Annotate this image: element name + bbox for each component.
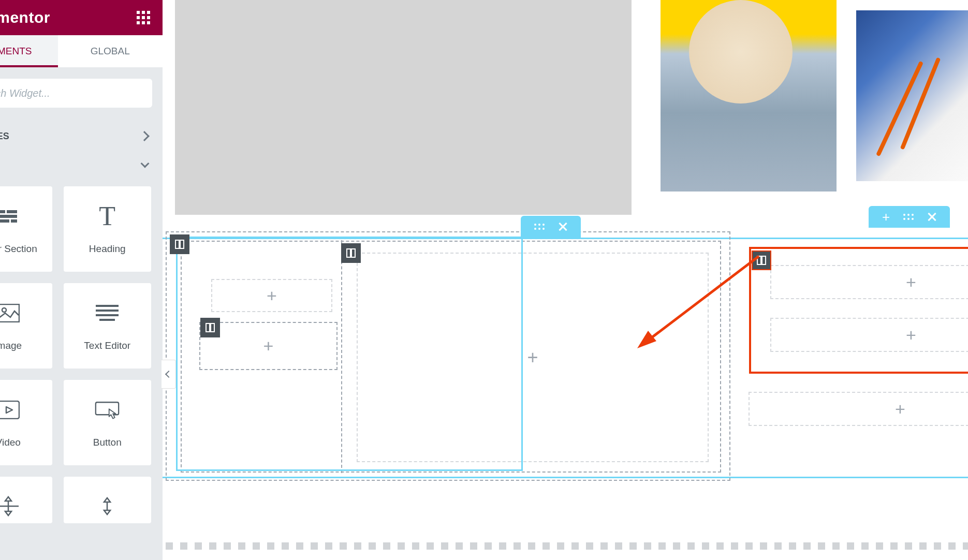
widget-label: Button (93, 437, 122, 448)
category-favorites-header[interactable]: FAVORITES (0, 119, 163, 153)
svg-rect-12 (211, 323, 214, 332)
category-basic-header[interactable] (0, 153, 163, 176)
svg-rect-7 (175, 240, 179, 248)
svg-rect-14 (762, 256, 766, 264)
search-input[interactable] (0, 79, 152, 108)
video-icon (0, 397, 21, 422)
chevron-right-icon (139, 131, 150, 141)
svg-point-1 (2, 308, 6, 312)
svg-rect-2 (0, 401, 19, 419)
image-icon (0, 301, 21, 326)
elementor-panel: elementor ELEMENTS GLOBAL FAVORITES (0, 0, 163, 560)
chevron-down-icon (141, 159, 150, 168)
widget-label: Text Editor (84, 340, 130, 351)
content-image-nurse[interactable] (661, 0, 837, 191)
column-handle[interactable] (200, 318, 220, 337)
svg-rect-10 (351, 249, 355, 257)
search-wrap (0, 67, 163, 119)
close-icon[interactable] (927, 212, 936, 222)
editor-canvas: + + + + (163, 0, 968, 560)
panel-header: elementor (0, 0, 163, 35)
plus-icon[interactable]: + (882, 210, 890, 224)
column-handle[interactable] (170, 234, 189, 254)
heading-icon: T (95, 204, 120, 229)
content-image-dental-tools[interactable] (856, 10, 968, 181)
widget-label: Image (0, 340, 22, 351)
section-controls-1 (521, 216, 581, 238)
column-handle[interactable] (752, 250, 771, 270)
svg-rect-13 (757, 256, 761, 264)
column-selection-outline (176, 237, 523, 471)
svg-rect-8 (180, 240, 184, 248)
close-icon[interactable] (558, 222, 567, 231)
widget-divider[interactable] (0, 477, 52, 523)
tab-global[interactable]: GLOBAL (58, 35, 163, 67)
svg-rect-9 (347, 249, 350, 257)
panel-collapse-button[interactable] (162, 360, 176, 389)
drag-handle-icon[interactable] (534, 224, 545, 230)
annotation-highlight-box (749, 247, 968, 374)
panel-tabs: ELEMENTS GLOBAL (0, 35, 163, 67)
section-controls-2: + (869, 206, 950, 228)
image-placeholder[interactable] (175, 0, 632, 215)
chevron-left-icon (165, 371, 172, 378)
text-editor-icon (95, 301, 120, 326)
add-widget-dropzone[interactable]: + (749, 392, 968, 426)
widget-label: Video (0, 437, 21, 448)
widget-image[interactable]: Image (0, 283, 52, 369)
widget-label: Heading (89, 243, 126, 255)
spacer-icon (95, 494, 120, 519)
widget-button[interactable]: Button (64, 380, 152, 465)
widget-inner-section[interactable]: Inner Section (0, 186, 52, 272)
divider-icon (0, 494, 21, 519)
widget-grid: Inner Section T Heading Image (0, 176, 163, 534)
brand-logo: elementor (0, 9, 50, 26)
category-favorites-label: FAVORITES (0, 131, 9, 142)
plus-icon: + (895, 399, 905, 419)
widget-spacer[interactable] (64, 477, 152, 523)
drag-handle-icon[interactable] (903, 214, 914, 220)
widget-heading[interactable]: T Heading (64, 186, 152, 272)
column-handle[interactable] (341, 243, 361, 263)
apps-menu-icon[interactable] (137, 11, 150, 24)
widget-video[interactable]: Video (0, 380, 52, 465)
tab-elements[interactable]: ELEMENTS (0, 35, 58, 67)
svg-rect-11 (206, 323, 210, 332)
add-section-dropzone[interactable] (166, 542, 968, 550)
widget-label: Inner Section (0, 243, 37, 255)
inner-section-icon (0, 204, 21, 229)
widget-text-editor[interactable]: Text Editor (64, 283, 152, 369)
button-icon (95, 397, 120, 422)
